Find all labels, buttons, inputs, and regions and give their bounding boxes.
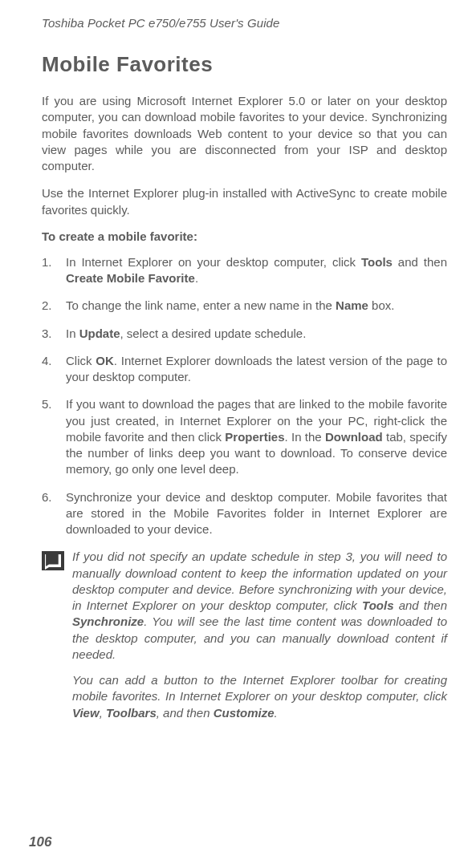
text-segment: . In the bbox=[285, 430, 325, 444]
note-text: You can add a button to the Internet Exp… bbox=[72, 672, 447, 721]
page-number: 106 bbox=[29, 834, 51, 850]
text-segment: Properties bbox=[225, 430, 284, 444]
text-segment: Download bbox=[325, 430, 383, 444]
steps-list: In Internet Explorer on your desktop com… bbox=[42, 254, 447, 538]
step-item: Click OK. Internet Explorer downloads th… bbox=[42, 353, 447, 386]
step-item: In Update, select a desired update sched… bbox=[42, 326, 447, 342]
text-segment: View bbox=[72, 706, 100, 720]
text-segment: Toolbars bbox=[106, 706, 157, 720]
paragraph: If you are using Microsoft Internet Expl… bbox=[42, 93, 447, 174]
running-header: Toshiba Pocket PC e750/e755 User's Guide bbox=[42, 16, 447, 30]
text-segment: To change the link name, enter a new nam… bbox=[66, 298, 336, 312]
text-segment: Customize bbox=[214, 706, 275, 720]
text-segment: , bbox=[100, 706, 106, 720]
text-segment: . Internet Explorer downloads the latest… bbox=[66, 354, 447, 383]
text-segment: Use the Internet Explorer plug-in instal… bbox=[42, 186, 447, 216]
text-segment: . bbox=[275, 706, 278, 720]
text-segment: , select a desired update schedule. bbox=[120, 327, 307, 340]
text-segment: OK bbox=[96, 354, 114, 367]
text-segment: You can add a button to the Internet Exp… bbox=[72, 673, 447, 703]
text-segment: Name bbox=[336, 298, 368, 312]
step-item: Synchronize your device and desktop comp… bbox=[42, 489, 447, 538]
text-segment: Tools bbox=[362, 598, 393, 612]
intro-paragraphs: If you are using Microsoft Internet Expl… bbox=[42, 93, 447, 218]
step-item: If you want to download the pages that a… bbox=[42, 396, 447, 477]
text-segment: Synchronize bbox=[72, 614, 144, 628]
text-segment: In bbox=[66, 327, 79, 340]
page: Toshiba Pocket PC e750/e755 User's Guide… bbox=[0, 0, 476, 868]
paragraph: Use the Internet Explorer plug-in instal… bbox=[42, 185, 447, 218]
notes: If you did not specify an update schedul… bbox=[42, 549, 447, 721]
subhead: To create a mobile favorite: bbox=[42, 229, 447, 243]
text-segment: In Internet Explorer on your desktop com… bbox=[66, 255, 361, 269]
text-segment: and then bbox=[393, 598, 447, 612]
step-item: In Internet Explorer on your desktop com… bbox=[42, 254, 447, 287]
text-segment: Click bbox=[66, 354, 96, 367]
text-segment: . bbox=[195, 271, 198, 285]
note-text: If you did not specify an update schedul… bbox=[72, 549, 447, 663]
text-segment: Tools bbox=[361, 255, 393, 269]
section-title: Mobile Favorites bbox=[42, 52, 447, 77]
step-item: To change the link name, enter a new nam… bbox=[42, 298, 447, 314]
text-segment: Synchronize your device and desktop comp… bbox=[66, 490, 447, 537]
note-row: If you did not specify an update schedul… bbox=[42, 549, 447, 663]
text-segment: box. bbox=[368, 298, 395, 312]
text-segment: If you are using Microsoft Internet Expl… bbox=[42, 94, 447, 172]
text-segment: , and then bbox=[157, 706, 214, 720]
note-icon bbox=[42, 551, 64, 570]
text-segment: Update bbox=[79, 327, 120, 340]
text-segment: Create Mobile Favorite bbox=[66, 271, 195, 285]
text-segment: and then bbox=[393, 255, 447, 269]
